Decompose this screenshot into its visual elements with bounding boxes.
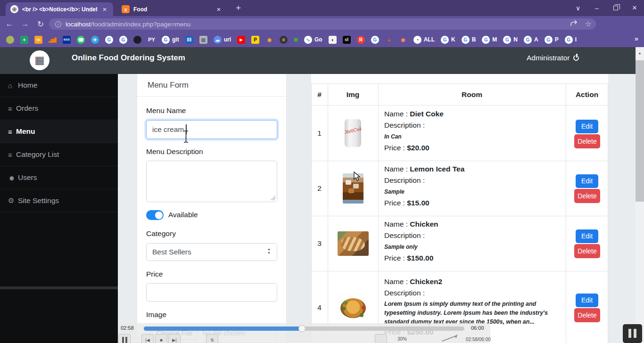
bookmark-google-k-icon[interactable]: GK: [441, 36, 455, 44]
bookmark-cart-icon[interactable]: ¤: [280, 36, 288, 44]
player-progress-handle[interactable]: [298, 325, 305, 332]
bookmark-google-b-icon[interactable]: GB: [462, 36, 476, 44]
wave-go-glyph: ∿: [304, 36, 312, 44]
bookmark-python-py-icon[interactable]: PY: [148, 36, 156, 44]
bookmark-gi-orange-icon[interactable]: Gi: [34, 36, 42, 44]
column-header-num: #: [311, 90, 328, 99]
tab-close-icon[interactable]: ×: [101, 5, 108, 13]
leaf-glyph: [6, 36, 14, 44]
bookmark-google-a-icon[interactable]: GA: [524, 36, 538, 44]
address-bar[interactable]: i localhost /food/admin/index.php?page=m…: [49, 18, 596, 30]
tab-close-icon[interactable]: ×: [215, 5, 223, 13]
cart-glyph: ¤: [280, 36, 288, 44]
bookmark-barcode-icon[interactable]: ‖‖: [185, 36, 193, 44]
bookmark-leaf-icon[interactable]: [6, 36, 14, 44]
swap-button[interactable]: ⇅: [206, 334, 218, 343]
pause-button[interactable]: [118, 334, 131, 343]
stop-button[interactable]: ■: [155, 334, 167, 343]
corner-pause-button[interactable]: [623, 324, 642, 343]
category-select[interactable]: Best Sellers ▲▼: [146, 243, 277, 261]
menu-name-input[interactable]: ice cream: [146, 120, 277, 139]
pause-icon: [122, 337, 124, 343]
bookmark-star-icon[interactable]: ☆: [581, 20, 596, 28]
sidebar-item-site-settings[interactable]: ⚙ Site Settings: [0, 189, 118, 212]
sidebar-item-category-list[interactable]: ≡ Category List: [0, 143, 118, 166]
browser-tab-food[interactable]: x Food ×: [117, 2, 227, 16]
sidebar-item-users[interactable]: ☻ Users: [0, 166, 118, 189]
bookmark-github-icon[interactable]: [133, 36, 141, 44]
edit-button[interactable]: Edit: [576, 294, 598, 307]
bookmark-bird-icon[interactable]: ◗: [329, 36, 337, 44]
available-toggle[interactable]: [146, 210, 164, 220]
bookmarks-overflow-icon[interactable]: »: [635, 34, 638, 42]
bookmark-google-git-icon[interactable]: Ggit: [162, 36, 179, 44]
forward-icon[interactable]: →: [19, 19, 31, 29]
bookmark-globe-all-icon[interactable]: ◔ALL: [413, 36, 435, 44]
bookmark-movie-camera-icon[interactable]: ◉: [265, 36, 273, 44]
price-input[interactable]: [146, 283, 277, 302]
bookmark-whatsapp-icon[interactable]: ☎: [77, 36, 85, 44]
tab-strip: ⊕ <br /> <b>Notice</b>: Undefin × x Food…: [0, 0, 644, 16]
column-header-action: Action: [566, 90, 608, 99]
player-progress-track[interactable]: [144, 327, 464, 331]
bookmark-google-2-icon[interactable]: G: [119, 36, 127, 44]
tab-search-icon[interactable]: ∨: [569, 4, 587, 12]
browser-toolbar: ← → ↻ i localhost /food/admin/index.php?…: [0, 16, 644, 32]
bookmark-p-yellow-icon[interactable]: P: [251, 36, 259, 44]
new-tab-button[interactable]: +: [236, 3, 241, 13]
page-scrollbar[interactable]: ▲: [636, 47, 644, 343]
edit-button[interactable]: Edit: [576, 229, 598, 243]
bookmark-google-n-icon[interactable]: GN: [503, 36, 518, 44]
share-icon[interactable]: [567, 20, 581, 28]
bookmark-google-p-icon[interactable]: GP: [545, 36, 559, 44]
bookmark-eye-orange-icon[interactable]: ◉: [399, 36, 407, 44]
google-3-glyph: G: [371, 36, 379, 44]
tool-button[interactable]: [375, 334, 387, 343]
maximize-button[interactable]: [606, 4, 625, 12]
edit-button[interactable]: Edit: [576, 174, 598, 188]
bookmark-analytics-bars-icon[interactable]: ▂▅▇: [49, 36, 57, 44]
skip-forward-button[interactable]: ▶|: [168, 334, 181, 343]
skip-back-button[interactable]: |◀: [141, 334, 154, 343]
menu-description-textarea[interactable]: [146, 161, 277, 202]
google-2-glyph: G: [119, 36, 127, 44]
google-p-glyph: G: [545, 36, 553, 44]
barcode-glyph: ‖‖: [185, 36, 193, 44]
scrollbar-thumb[interactable]: [636, 60, 644, 202]
bookmark-telegram-icon[interactable]: ✈: [91, 36, 99, 44]
delete-button[interactable]: Delete: [574, 308, 600, 322]
bookmark-green-ring-icon[interactable]: [294, 38, 298, 42]
bookmark-google-m-icon[interactable]: GM: [482, 36, 497, 44]
bookmark-sheets-icon[interactable]: +: [20, 36, 28, 44]
github-glyph: [133, 36, 141, 44]
minimize-button[interactable]: –: [587, 4, 606, 12]
edit-button[interactable]: Edit: [576, 120, 598, 133]
table-grid-line: [311, 105, 608, 106]
bookmark-google-1-icon[interactable]: G: [105, 36, 113, 44]
delete-button[interactable]: Delete: [574, 134, 600, 148]
bookmark-youtube-icon[interactable]: ▶: [237, 36, 245, 44]
close-window-button[interactable]: ×: [625, 3, 644, 13]
browser-tab-notice[interactable]: ⊕ <br /> <b>Notice</b>: Undefin ×: [6, 2, 113, 16]
sidebar-item-orders[interactable]: ≡ Orders: [0, 97, 118, 120]
site-info-icon[interactable]: i: [55, 21, 61, 27]
delete-button[interactable]: Delete: [574, 189, 600, 203]
bookmark-ieee-icon[interactable]: IEEE: [63, 36, 71, 44]
reload-icon[interactable]: ↻: [34, 19, 47, 29]
sidebar-item-menu[interactable]: ≡ Menu: [0, 120, 118, 143]
scroll-up-icon[interactable]: ▲: [636, 47, 644, 59]
sidebar-item-home[interactable]: ⌂ Home: [0, 74, 118, 97]
bookmark-matlab-icon[interactable]: ▲: [385, 36, 393, 44]
bookmark-toolbox-icon[interactable]: ▤: [199, 36, 207, 44]
item-name: Diet Coke: [410, 110, 444, 118]
bookmark-google-3-icon[interactable]: G: [371, 36, 379, 44]
bookmark-yandex-icon[interactable]: Я: [357, 36, 365, 44]
admin-menu[interactable]: Administrator: [527, 54, 579, 62]
bookmark-wave-go-icon[interactable]: ∿Go: [304, 36, 322, 44]
back-icon[interactable]: ←: [3, 19, 16, 29]
delete-button[interactable]: Delete: [574, 244, 600, 258]
pencil-icon[interactable]: [441, 335, 458, 342]
bookmark-cloud-url-icon[interactable]: ☁url: [214, 36, 231, 44]
bookmark-google-i-icon[interactable]: GI: [565, 36, 577, 44]
bookmark-cl-icon[interactable]: cl: [343, 36, 351, 44]
